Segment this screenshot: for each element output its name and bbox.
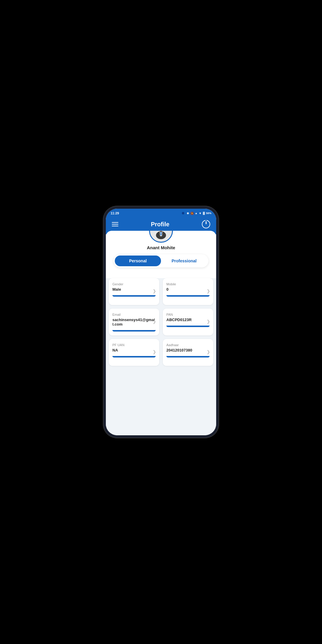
camera-dot: [182, 212, 184, 214]
card-mobile[interactable]: Mobile 0 ❯: [163, 278, 213, 305]
status-time: 11:29: [111, 211, 119, 215]
card-value-pan: ABCPD0123R: [166, 318, 210, 322]
svg-marker-5: [160, 232, 162, 236]
card-aadhaar[interactable]: Aadhaar 204120107380 ❯: [163, 339, 213, 366]
phone-screen: 11:29 ✱ 🔕 ▲ ▼ ▓ 56%: [106, 209, 216, 435]
card-label-mobile: Mobile: [166, 282, 210, 286]
card-value-gender: Male: [112, 287, 156, 292]
status-icons: ✱ 🔕 ▲ ▼ ▓ 56%: [181, 212, 211, 215]
card-value-mobile: 0: [166, 287, 210, 292]
network-icon: ▓: [203, 212, 205, 215]
menu-button[interactable]: [112, 222, 118, 226]
avatar: [149, 231, 173, 243]
info-cards-grid: Gender Male ❯ Mobile 0 ❯ Email sachinsen…: [106, 278, 216, 372]
card-label-pan: PAN: [166, 313, 210, 316]
card-label-email: Email: [112, 313, 156, 316]
phone-frame: 11:29 ✱ 🔕 ▲ ▼ ▓ 56%: [103, 206, 219, 438]
card-value-aadhaar: 204120107380: [166, 348, 210, 352]
card-bottom-bar: [166, 295, 210, 297]
card-gender[interactable]: Gender Male ❯: [109, 278, 159, 305]
page-title: Profile: [151, 221, 169, 228]
card-bottom-bar: [166, 326, 210, 327]
card-pan[interactable]: PAN ABCPD0123R ❯: [163, 309, 213, 335]
tab-personal[interactable]: Personal: [115, 256, 161, 266]
card-bottom-bar: [112, 295, 156, 297]
user-avatar-image: [152, 231, 170, 240]
user-name: Anant Mohite: [147, 245, 175, 250]
chevron-right-icon: ❯: [207, 319, 210, 324]
wifi-icon: ▼: [199, 212, 202, 215]
card-bottom-bar: [112, 330, 156, 332]
chevron-right-icon: ❯: [207, 289, 210, 293]
power-button[interactable]: [202, 220, 210, 228]
bluetooth-icon: ✱: [187, 212, 189, 215]
tab-switcher: Personal Professional: [114, 254, 208, 267]
notch: [154, 209, 168, 210]
card-label-pf-uan: PF UAN: [112, 343, 156, 347]
chevron-right-icon: ❯: [153, 319, 156, 324]
signal-icon: ▲: [195, 212, 198, 215]
chevron-right-icon: ❯: [207, 349, 210, 354]
profile-card: Anant Mohite Personal Professional: [106, 231, 216, 278]
avatar-section: Anant Mohite: [111, 231, 211, 250]
card-bottom-bar: [166, 356, 210, 357]
tab-professional[interactable]: Professional: [161, 256, 207, 266]
main-content: Anant Mohite Personal Professional Gende…: [106, 231, 216, 435]
chevron-right-icon: ❯: [153, 349, 156, 354]
mute-icon: 🔕: [190, 212, 194, 215]
card-pf-uan[interactable]: PF UAN NA ❯: [109, 339, 159, 366]
card-label-gender: Gender: [112, 282, 156, 286]
card-email[interactable]: Email sachinsensys41@gmail.com ❯: [109, 309, 159, 335]
card-value-pf-uan: NA: [112, 348, 156, 352]
card-label-aadhaar: Aadhaar: [166, 343, 210, 347]
card-value-email: sachinsensys41@gmail.com: [112, 318, 156, 326]
battery-icon: 56%: [206, 212, 211, 215]
card-bottom-bar: [112, 356, 156, 357]
chevron-right-icon: ❯: [153, 289, 156, 293]
